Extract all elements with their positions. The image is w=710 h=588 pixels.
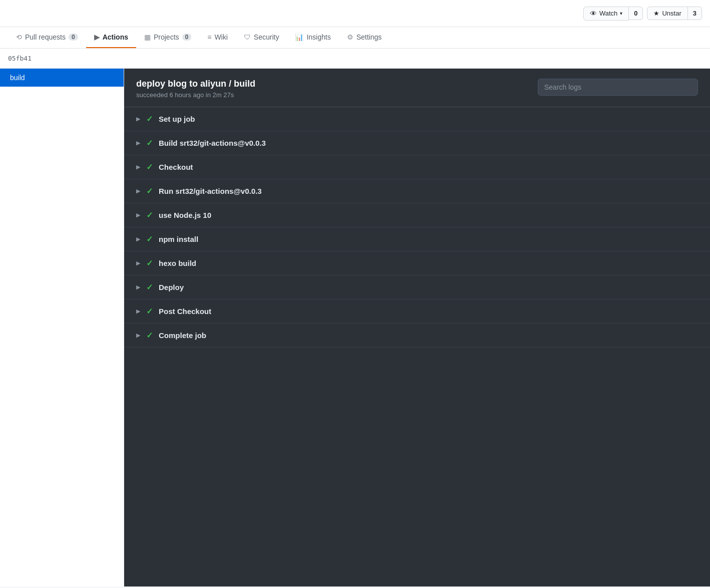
main-layout: build deploy blog to aliyun / build succ… [0,69,710,586]
tab-projects-label: Projects [154,33,179,41]
step-label: hexo build [159,259,196,267]
log-step[interactable]: ▶ ✓ npm install [124,227,710,251]
step-check-icon: ✓ [146,138,153,148]
step-label: Checkout [159,163,193,171]
logs-header: deploy blog to aliyun / build succeeded … [124,69,710,107]
step-check-icon: ✓ [146,282,153,292]
step-expand-icon: ▶ [136,332,140,339]
step-check-icon: ✓ [146,234,153,244]
unstar-button[interactable]: ★ Unstar [647,7,687,20]
commit-area: 05fb41 [0,49,710,69]
step-expand-icon: ▶ [136,116,140,122]
log-step[interactable]: ▶ ✓ Deploy [124,275,710,300]
logs-title: deploy blog to aliyun / build [136,79,255,89]
projects-badge: 0 [182,34,192,41]
step-check-icon: ✓ [146,114,153,124]
tab-insights[interactable]: 📊 Insights [287,27,338,48]
tab-projects[interactable]: ▦ Projects 0 [136,27,199,48]
tab-actions[interactable]: ▶ Actions [86,27,136,48]
step-label: Complete job [159,331,206,340]
step-check-icon: ✓ [146,186,153,196]
search-logs-input[interactable] [538,79,698,96]
step-expand-icon: ▶ [136,212,140,218]
step-expand-icon: ▶ [136,284,140,290]
chevron-down-icon: ▾ [620,11,622,16]
pull-requests-badge: 0 [69,34,78,41]
logs-subtitle: succeeded 6 hours ago in 2m 27s [136,91,255,99]
wiki-icon: ≡ [207,33,211,41]
tab-insights-label: Insights [306,33,330,41]
tab-actions-label: Actions [103,33,128,41]
sidebar-item-build[interactable]: build [0,69,124,87]
step-expand-icon: ▶ [136,236,140,242]
star-count[interactable]: 3 [688,7,702,20]
star-icon: ★ [653,10,659,17]
sidebar: build [0,69,124,586]
settings-icon: ⚙ [347,33,353,41]
commit-sha: 05fb41 [8,55,32,62]
step-check-icon: ✓ [146,258,153,268]
log-step[interactable]: ▶ ✓ Run srt32/git-actions@v0.0.3 [124,179,710,203]
watch-count[interactable]: 0 [629,7,643,20]
eye-icon: 👁 [590,10,597,18]
top-bar: 👁 Watch ▾ 0 ★ Unstar 3 [0,0,710,27]
log-steps-list: ▶ ✓ Set up job ▶ ✓ Build srt32/git-actio… [124,107,710,348]
tab-wiki-label: Wiki [214,33,227,41]
security-icon: 🛡 [244,33,251,41]
step-label: npm install [159,235,198,243]
actions-icon: ▶ [94,33,100,41]
step-expand-icon: ▶ [136,140,140,146]
tab-pull-requests-label: Pull requests [25,33,66,41]
watch-button[interactable]: 👁 Watch ▾ [583,7,629,21]
insights-icon: 📊 [295,33,303,41]
logs-title-prefix: deploy blog to aliyun / [136,79,234,89]
log-step[interactable]: ▶ ✓ Build srt32/git-actions@v0.0.3 [124,131,710,155]
log-step[interactable]: ▶ ✓ Set up job [124,107,710,131]
step-expand-icon: ▶ [136,260,140,266]
step-label: Set up job [159,115,195,123]
watch-label: Watch [599,10,617,17]
tab-wiki[interactable]: ≡ Wiki [199,27,236,48]
step-label: Post Checkout [159,307,211,316]
logs-title-block: deploy blog to aliyun / build succeeded … [136,79,255,99]
log-step[interactable]: ▶ ✓ hexo build [124,251,710,275]
log-step[interactable]: ▶ ✓ Post Checkout [124,300,710,324]
step-check-icon: ✓ [146,162,153,172]
logs-title-bold: build [234,79,255,89]
unstar-label: Unstar [662,10,681,17]
tab-settings[interactable]: ⚙ Settings [339,27,390,48]
pull-requests-icon: ⟲ [16,33,22,41]
step-expand-icon: ▶ [136,188,140,194]
step-check-icon: ✓ [146,331,153,340]
tab-settings-label: Settings [357,33,382,41]
step-label: Deploy [159,283,184,291]
step-label: Run srt32/git-actions@v0.0.3 [159,187,262,195]
projects-icon: ▦ [144,33,151,41]
star-btn-group: ★ Unstar 3 [647,7,702,20]
step-expand-icon: ▶ [136,308,140,315]
tab-pull-requests[interactable]: ⟲ Pull requests 0 [8,27,86,48]
step-label: use Node.js 10 [159,211,211,219]
step-check-icon: ✓ [146,307,153,316]
log-step[interactable]: ▶ ✓ Complete job [124,324,710,348]
tab-security[interactable]: 🛡 Security [236,27,287,48]
log-step[interactable]: ▶ ✓ Checkout [124,155,710,179]
nav-tabs: ⟲ Pull requests 0 ▶ Actions ▦ Projects 0… [0,27,710,49]
logs-area: deploy blog to aliyun / build succeeded … [124,69,710,586]
log-step[interactable]: ▶ ✓ use Node.js 10 [124,203,710,227]
watch-btn-group: 👁 Watch ▾ 0 [583,7,643,21]
step-label: Build srt32/git-actions@v0.0.3 [159,139,266,147]
sidebar-item-build-label: build [10,74,25,82]
tab-security-label: Security [254,33,279,41]
step-expand-icon: ▶ [136,164,140,170]
step-check-icon: ✓ [146,210,153,220]
